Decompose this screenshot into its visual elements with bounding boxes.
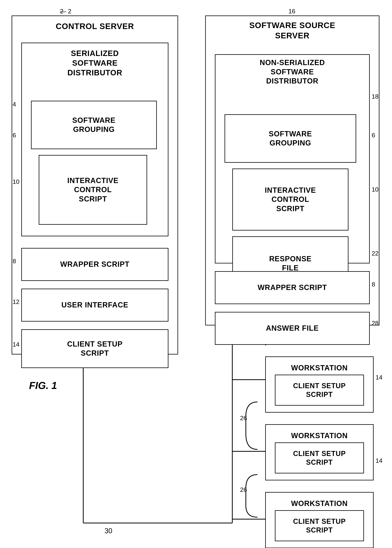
fig-label: FIG. 1 xyxy=(29,380,57,391)
ref-4: 4 xyxy=(13,101,16,108)
ws2-client-setup-box: CLIENT SETUPSCRIPT xyxy=(275,442,364,473)
ss-wrapper-script-box: WRAPPER SCRIPT xyxy=(215,271,370,304)
ref-26-2: 26 xyxy=(240,486,247,493)
cs-client-setup-box: CLIENT SETUPSCRIPT xyxy=(21,329,168,368)
ref-14-ws2: 14 xyxy=(376,457,383,464)
ws1-client-setup-box: CLIENT SETUPSCRIPT xyxy=(275,375,364,406)
ref-6-right: 6 xyxy=(372,132,375,139)
ref-14-ws1: 14 xyxy=(376,374,383,381)
ref-28: 28 xyxy=(372,320,379,327)
workstation-1-box: WORKSTATION CLIENT SETUPSCRIPT xyxy=(265,356,374,413)
serialized-distributor-label: SERIALIZEDSOFTWAREDISTRIBUTOR xyxy=(21,44,168,78)
workstation-3-box: WORKSTATION CLIENT SETUPSCRIPT xyxy=(265,492,374,548)
cs-interactive-control-box: INTERACTIVECONTROLSCRIPT xyxy=(39,155,147,225)
ref-16: 16 xyxy=(288,8,295,15)
workstation-2-box: WORKSTATION CLIENT SETUPSCRIPT xyxy=(265,424,374,480)
ref-10-left: 10 xyxy=(13,178,20,185)
ref-8-left: 8 xyxy=(13,258,16,265)
ss-interactive-control-box: INTERACTIVECONTROLSCRIPT xyxy=(232,169,349,230)
ss-answer-file-box: ANSWER FILE xyxy=(215,312,370,345)
ref-8-right: 8 xyxy=(372,281,375,288)
ref-12-left: 12 xyxy=(13,298,20,306)
ref-18: 18 xyxy=(372,93,379,100)
ss-software-grouping-box: SOFTWAREGROUPING xyxy=(224,114,356,163)
software-source-server-label: SOFTWARE SOURCESERVER xyxy=(205,15,379,41)
cs-user-interface-box: USER INTERFACE xyxy=(21,289,168,321)
ref-26-1: 26 xyxy=(240,414,247,422)
ws3-client-setup-box: CLIENT SETUPSCRIPT xyxy=(275,510,364,541)
cs-wrapper-script-box: WRAPPER SCRIPT xyxy=(21,248,168,281)
non-serialized-label: NON-SERIALIZEDSOFTWAREDISTRIBUTOR xyxy=(215,55,370,86)
ref-10-right: 10 xyxy=(372,186,379,193)
diagram: CONTROL SERVER 2 — 2 SERIALIZEDSOFTWARED… xyxy=(0,0,392,548)
ref-6-left: 6 xyxy=(13,132,16,139)
control-server-label: CONTROL SERVER xyxy=(12,15,178,32)
ref-14-left: 14 xyxy=(13,341,20,348)
ref-30: 30 xyxy=(105,527,112,535)
ref-22: 22 xyxy=(372,250,379,257)
cs-software-grouping-box: SOFTWAREGROUPING xyxy=(31,101,157,149)
